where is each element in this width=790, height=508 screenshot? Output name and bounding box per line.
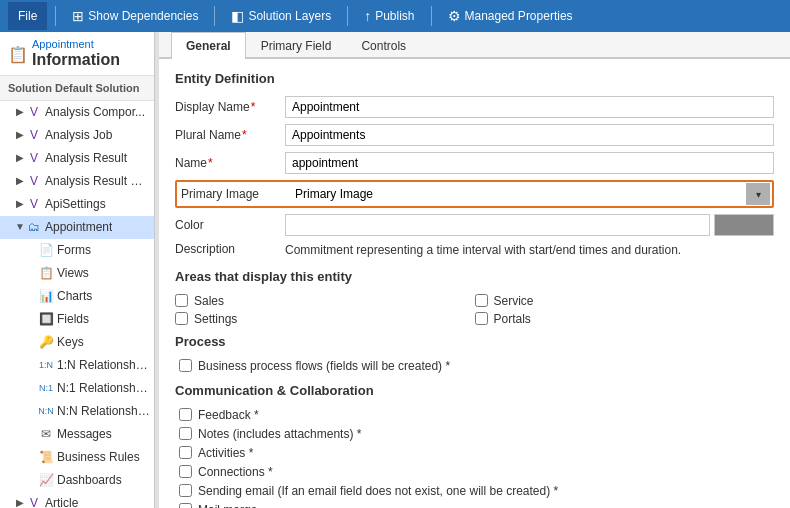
file-button[interactable]: File — [8, 2, 47, 30]
breadcrumb-title: Information — [32, 50, 120, 71]
item-label: Business Rules — [57, 450, 140, 464]
item-label: Keys — [57, 335, 84, 349]
item-label: Analysis Result Detail — [45, 174, 150, 188]
breadcrumb: 📋 Appointment Information — [0, 32, 154, 76]
tab-primary-field[interactable]: Primary Field — [246, 32, 347, 59]
description-label: Description — [175, 242, 285, 256]
solution-layers-label: Solution Layers — [248, 9, 331, 23]
sidebar-item-analysis-result[interactable]: ▶ V Analysis Result — [0, 147, 154, 170]
comm-notes-row: Notes (includes attachments) * — [175, 427, 774, 441]
sidebar-item-1n-rel[interactable]: 1:N 1:N Relationships — [0, 354, 154, 377]
sidebar-item-nn-rel[interactable]: N:N N:N Relationshi... — [0, 400, 154, 423]
color-swatch[interactable] — [714, 214, 774, 236]
sidebar-item-forms[interactable]: 📄 Forms — [0, 239, 154, 262]
toolbar-separator-1 — [55, 6, 56, 26]
expand-icon: ▶ — [14, 152, 26, 163]
comm-connections-label: Connections * — [198, 465, 273, 479]
dropdown-arrow-icon[interactable]: ▾ — [746, 183, 770, 205]
comm-sending-email-checkbox[interactable] — [179, 484, 192, 497]
managed-properties-button[interactable]: ⚙ Managed Properties — [440, 2, 581, 30]
item-icon-dashboards: 📈 — [38, 472, 54, 488]
item-icon-forms: 📄 — [38, 242, 54, 258]
sidebar-item-fields[interactable]: 🔲 Fields — [0, 308, 154, 331]
sidebar-item-analysis-job[interactable]: ▶ V Analysis Job — [0, 124, 154, 147]
sidebar-item-analysis-result-detail[interactable]: ▶ V Analysis Result Detail — [0, 170, 154, 193]
item-label: Views — [57, 266, 89, 280]
item-icon-purple: V — [26, 495, 42, 508]
color-row: Color — [175, 214, 774, 236]
expand-icon: ▶ — [14, 175, 26, 186]
sidebar-item-dashboards[interactable]: 📈 Dashboards — [0, 469, 154, 492]
appointment-icon: 📋 — [8, 45, 28, 64]
primary-image-label: Primary Image — [179, 187, 289, 201]
solution-layers-button[interactable]: ◧ Solution Layers — [223, 2, 339, 30]
area-sales-checkbox[interactable] — [175, 294, 188, 307]
item-label: N:N Relationshi... — [57, 404, 150, 418]
expand-icon-appointment: ▼ — [14, 221, 26, 232]
area-settings-checkbox[interactable] — [175, 312, 188, 325]
toolbar-separator-2 — [214, 6, 215, 26]
sidebar-item-keys[interactable]: 🔑 Keys — [0, 331, 154, 354]
show-dependencies-button[interactable]: ⊞ Show Dependencies — [64, 2, 206, 30]
description-row: Description Commitment representing a ti… — [175, 242, 774, 259]
display-name-input[interactable] — [285, 96, 774, 118]
business-process-flows-checkbox[interactable] — [179, 359, 192, 372]
sidebar-item-business-rules[interactable]: 📜 Business Rules — [0, 446, 154, 469]
sidebar-item-n1-rel[interactable]: N:1 N:1 Relationships — [0, 377, 154, 400]
comm-notes-checkbox[interactable] — [179, 427, 192, 440]
comm-activities-label: Activities * — [198, 446, 253, 460]
business-process-flows-label: Business process flows (fields will be c… — [198, 359, 450, 373]
item-label: Article — [45, 496, 78, 508]
tab-controls[interactable]: Controls — [346, 32, 421, 59]
sidebar-item-charts[interactable]: 📊 Charts — [0, 285, 154, 308]
tab-general[interactable]: General — [171, 32, 246, 59]
primary-image-select[interactable]: Primary Image — [289, 183, 746, 205]
item-icon-biz-rules: 📜 — [38, 449, 54, 465]
item-icon-n1: N:1 — [38, 380, 54, 396]
name-input[interactable] — [285, 152, 774, 174]
item-label: Charts — [57, 289, 92, 303]
plural-name-row: Plural Name* — [175, 124, 774, 146]
sidebar-item-appointment[interactable]: ▼ 🗂 Appointment — [0, 216, 154, 239]
item-icon-nn: N:N — [38, 403, 54, 419]
publish-button[interactable]: ↑ Publish — [356, 2, 422, 30]
entity-definition-title: Entity Definition — [175, 71, 774, 86]
sidebar-item-article[interactable]: ▶ V Article — [0, 492, 154, 508]
area-sales-label: Sales — [194, 294, 224, 308]
comm-activities-row: Activities * — [175, 446, 774, 460]
color-input[interactable] — [285, 214, 710, 236]
sidebar-item-views[interactable]: 📋 Views — [0, 262, 154, 285]
plural-name-input[interactable] — [285, 124, 774, 146]
expand-icon: ▶ — [14, 129, 26, 140]
item-icon-purple: V — [26, 150, 42, 166]
area-sales: Sales — [175, 294, 475, 308]
comm-activities-checkbox[interactable] — [179, 446, 192, 459]
sidebar-item-api-settings[interactable]: ▶ V ApiSettings — [0, 193, 154, 216]
item-label: ApiSettings — [45, 197, 106, 211]
item-label: Forms — [57, 243, 91, 257]
comm-mail-merge-checkbox[interactable] — [179, 503, 192, 508]
name-row: Name* — [175, 152, 774, 174]
item-icon-appointment: 🗂 — [26, 219, 42, 235]
color-label: Color — [175, 218, 285, 232]
toolbar: File ⊞ Show Dependencies ◧ Solution Laye… — [0, 0, 790, 32]
managed-properties-label: Managed Properties — [465, 9, 573, 23]
comm-feedback-checkbox[interactable] — [179, 408, 192, 421]
comm-mail-merge-label: Mail merge — [198, 503, 257, 508]
name-label: Name* — [175, 156, 285, 170]
area-portals-label: Portals — [494, 312, 531, 326]
comm-connections-checkbox[interactable] — [179, 465, 192, 478]
sidebar-item-messages[interactable]: ✉ Messages — [0, 423, 154, 446]
sidebar-item-analysis-component[interactable]: ▶ V Analysis Compor... — [0, 101, 154, 124]
comm-sending-email-row: Sending email (If an email field does no… — [175, 484, 774, 498]
item-label: Dashboards — [57, 473, 122, 487]
area-service-checkbox[interactable] — [475, 294, 488, 307]
area-portals-checkbox[interactable] — [475, 312, 488, 325]
item-icon-purple: V — [26, 196, 42, 212]
sidebar-tree: ▶ V Analysis Compor... ▶ V Analysis Job … — [0, 101, 154, 508]
breadcrumb-parent[interactable]: Appointment — [32, 38, 120, 50]
content-area: General Primary Field Controls Entity De… — [159, 32, 790, 508]
business-process-flows-row: Business process flows (fields will be c… — [175, 359, 774, 373]
show-dependencies-label: Show Dependencies — [88, 9, 198, 23]
tab-bar: General Primary Field Controls — [159, 32, 790, 59]
